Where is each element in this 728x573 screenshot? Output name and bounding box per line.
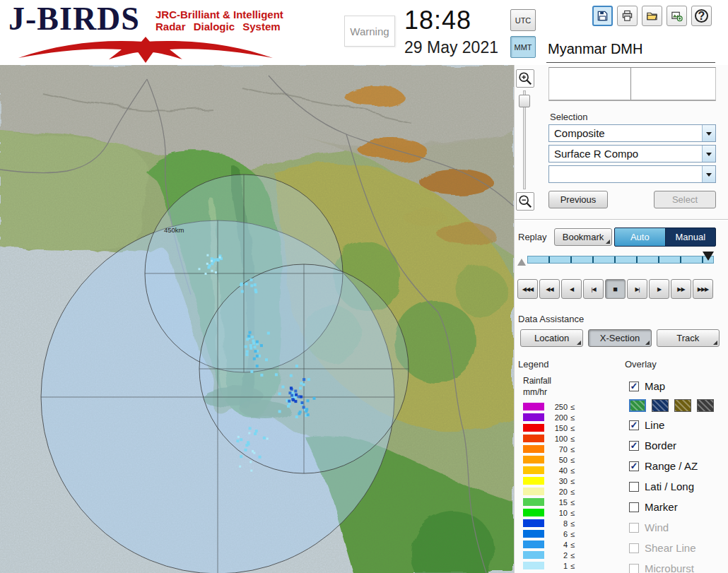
overlay-item-label: Marker bbox=[645, 501, 678, 513]
zoom-out-button[interactable] bbox=[516, 192, 534, 211]
legend-color-swatch bbox=[523, 540, 544, 548]
legend-value: 200≤ bbox=[551, 413, 575, 422]
eagle-logo-icon bbox=[13, 37, 278, 64]
skip-to-start-button[interactable]: |◀ bbox=[583, 279, 604, 299]
map-canvas[interactable]: 450km bbox=[0, 65, 514, 573]
radar-map-area: 450km bbox=[0, 65, 514, 573]
org-title-underline bbox=[546, 62, 715, 63]
checkbox-icon[interactable] bbox=[629, 482, 639, 492]
overlay-list: ✓Map✓Line✓Border✓Range / AZLati / LongMa… bbox=[629, 376, 728, 573]
legend-value: 20≤ bbox=[551, 488, 575, 496]
overlay-item-label: Border bbox=[645, 439, 676, 451]
checkbox-checked-icon[interactable]: ✓ bbox=[629, 420, 639, 430]
clock-date: 29 May 2021 bbox=[404, 38, 498, 57]
auto-mode-button[interactable]: Auto bbox=[615, 228, 665, 246]
product-combo[interactable]: Surface R Compo bbox=[548, 145, 716, 163]
overlay-item-label: Line bbox=[645, 419, 664, 431]
map-style-swatch[interactable] bbox=[697, 399, 714, 412]
overlay-item-line[interactable]: ✓Line bbox=[629, 415, 728, 435]
range-ring-label: 450km bbox=[164, 226, 184, 234]
map-style-swatch[interactable] bbox=[652, 399, 669, 412]
open-file-button[interactable] bbox=[642, 6, 662, 26]
checkbox-icon bbox=[629, 523, 639, 533]
checkbox-checked-icon[interactable]: ✓ bbox=[629, 461, 639, 471]
status-box-divider bbox=[630, 68, 631, 100]
overlay-item-lati-long[interactable]: Lati / Long bbox=[629, 476, 728, 497]
legend-row: 20≤ bbox=[523, 486, 575, 497]
legend-row: 250≤ bbox=[523, 401, 575, 412]
rewind-fast-button[interactable]: ◀◀ bbox=[539, 279, 560, 299]
print-button[interactable] bbox=[617, 6, 638, 26]
overlay-item-label: Shear Line bbox=[645, 542, 696, 554]
overlay-item-range-az[interactable]: ✓Range / AZ bbox=[629, 456, 728, 476]
legend-color-swatch bbox=[523, 562, 544, 569]
legend-color-swatch bbox=[523, 445, 544, 453]
legend-color-swatch bbox=[523, 424, 544, 432]
jbirds-app: J-BIRDS JRC-Brilliant & Intelligent Rada… bbox=[0, 0, 728, 573]
replay-label: Replay bbox=[518, 232, 546, 242]
checkbox-checked-icon[interactable]: ✓ bbox=[629, 441, 639, 451]
overlay-item-marker[interactable]: Marker bbox=[629, 497, 728, 517]
legend-row: 70≤ bbox=[523, 444, 575, 454]
step-forward-button[interactable]: ▶ bbox=[649, 279, 669, 299]
question-mark-icon: ? bbox=[695, 9, 708, 23]
rewind-fastest-button[interactable]: ◀◀◀ bbox=[517, 279, 538, 299]
legend-color-swatch bbox=[523, 498, 544, 506]
option-combo[interactable] bbox=[548, 165, 716, 183]
checkbox-icon[interactable] bbox=[629, 502, 639, 512]
map-style-swatch[interactable] bbox=[674, 399, 691, 412]
legend-color-swatch bbox=[523, 551, 544, 559]
warning-status: Warning bbox=[344, 16, 395, 47]
x-section-button[interactable]: X-Section bbox=[588, 329, 651, 347]
help-button[interactable]: ? bbox=[691, 6, 712, 26]
manual-mode-button[interactable]: Manual bbox=[665, 228, 716, 246]
legend-color-swatch bbox=[523, 519, 544, 527]
checkbox-icon bbox=[629, 564, 639, 573]
zoom-slider-thumb[interactable] bbox=[519, 95, 530, 107]
chevron-down-icon[interactable] bbox=[702, 166, 715, 182]
checkbox-checked-icon[interactable]: ✓ bbox=[629, 382, 639, 391]
legend-value: 150≤ bbox=[551, 424, 575, 432]
export-image-button[interactable] bbox=[667, 6, 687, 26]
legend-entries: 250≤200≤150≤100≤70≤50≤40≤30≤20≤15≤10≤8≤6… bbox=[523, 401, 575, 571]
legend-row: 2≤ bbox=[523, 550, 575, 560]
overlay-item-border[interactable]: ✓Border bbox=[629, 435, 728, 456]
utc-button[interactable]: UTC bbox=[510, 9, 536, 31]
legend-row: 100≤ bbox=[523, 433, 575, 444]
zoom-in-button[interactable] bbox=[516, 69, 534, 88]
chevron-down-icon[interactable] bbox=[702, 125, 715, 141]
timeline-thumb[interactable] bbox=[703, 252, 714, 261]
overlay-item-label: Wind bbox=[645, 521, 669, 533]
mmt-button[interactable]: MMT bbox=[510, 36, 536, 58]
legend-row: 10≤ bbox=[523, 507, 575, 518]
previous-button[interactable]: Previous bbox=[548, 191, 608, 208]
logo-subtitle: JRC-Brilliant & Intelligent Radar Dialog… bbox=[155, 8, 290, 33]
legend-row: 1≤ bbox=[523, 560, 575, 571]
overlay-item-map[interactable]: ✓Map bbox=[629, 376, 728, 396]
forward-fast-button[interactable]: ▶▶ bbox=[671, 279, 691, 299]
forward-fastest-button[interactable]: ▶▶▶ bbox=[693, 279, 713, 299]
legend-value: 40≤ bbox=[551, 466, 575, 475]
step-back-button[interactable]: ◀ bbox=[561, 279, 582, 299]
track-button[interactable]: Track bbox=[657, 329, 720, 347]
map-style-swatch[interactable] bbox=[629, 399, 646, 412]
stop-button[interactable]: ■ bbox=[605, 279, 626, 299]
timeline-slider[interactable] bbox=[527, 256, 714, 264]
skip-to-end-button[interactable]: ▶| bbox=[627, 279, 647, 299]
bookmark-button[interactable]: Bookmark bbox=[554, 228, 612, 246]
overlay-item-label: Microburst bbox=[645, 562, 694, 573]
chevron-down-icon[interactable] bbox=[702, 146, 715, 162]
legend-color-swatch bbox=[523, 435, 544, 442]
header: J-BIRDS JRC-Brilliant & Intelligent Rada… bbox=[0, 0, 728, 65]
magnifier-plus-icon bbox=[517, 71, 533, 86]
legend-row: 30≤ bbox=[523, 475, 575, 486]
control-panel: Selection Composite Surface R Compo Prev… bbox=[514, 65, 728, 573]
location-button[interactable]: Location bbox=[520, 329, 583, 347]
legend-value: 250≤ bbox=[551, 403, 575, 411]
composite-combo[interactable]: Composite bbox=[548, 124, 716, 142]
legend-value: 50≤ bbox=[551, 456, 575, 464]
legend-row: 4≤ bbox=[523, 539, 575, 550]
overlay-item-shear-line: Shear Line bbox=[629, 538, 728, 558]
select-button[interactable]: Select bbox=[654, 191, 716, 208]
save-button[interactable] bbox=[592, 6, 613, 26]
